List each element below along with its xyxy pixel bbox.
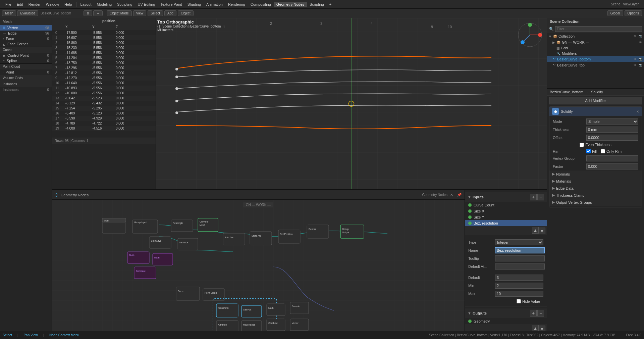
type-select[interactable]: Integer Float Vector (495, 239, 543, 245)
inputs-minus-btn[interactable]: − (537, 194, 544, 200)
bc-bottom-render[interactable]: 📷 (638, 57, 643, 61)
toolbar-mode-btn[interactable]: Object Mode (107, 10, 132, 16)
toolbar-move-btn[interactable]: ↔ (93, 10, 103, 16)
mesh-item-face[interactable]: ▪ Face 0 (0, 36, 52, 41)
tooltip-input[interactable] (495, 255, 545, 261)
factor-input[interactable] (586, 163, 638, 170)
outputs-header[interactable]: ▼ Outputs + − (465, 308, 547, 318)
mesh-item-spline[interactable]: ~ Spline 0 (0, 58, 52, 63)
bc-top-render[interactable]: 📷 (638, 63, 643, 67)
menu-help[interactable]: Help (62, 2, 75, 7)
inputs-add-btn[interactable]: + (530, 194, 537, 200)
inputs-header[interactable]: ▼ Inputs + − (465, 192, 547, 202)
default-input[interactable] (495, 275, 543, 281)
input-row-bez-resolution[interactable]: Bez. resolution (465, 220, 547, 226)
outputs-minus-btn[interactable]: − (537, 310, 544, 317)
bc-bottom-vis[interactable]: 👁 (633, 57, 637, 61)
geo-nodes-pin[interactable]: 📌 (457, 193, 462, 197)
tree-item-modifiers[interactable]: 🔧 Modifiers (547, 51, 644, 56)
tree-item-gn-work[interactable]: ▶ 📦 GN — WORK — 👁 (547, 39, 644, 45)
outputs-add-btn[interactable]: + (530, 310, 537, 317)
menu-compositing[interactable]: Compositing (248, 2, 274, 7)
viewport-canvas[interactable]: Top Orthographic (1) Scene Collection | … (156, 18, 547, 189)
toolbar-add-btn[interactable]: Add (164, 10, 176, 16)
max-input[interactable] (495, 291, 543, 297)
toolbar-options-btn[interactable]: Options (625, 10, 642, 16)
menu-modeling[interactable]: Modeling (94, 2, 115, 7)
render-icon[interactable]: 📷 (638, 34, 643, 39)
hide-value-checkbox[interactable] (517, 299, 521, 303)
toolbar-select-btn[interactable]: Select (148, 10, 163, 16)
menu-uv-editing[interactable]: UV Editing (135, 2, 158, 7)
scene-search-input[interactable] (555, 26, 642, 32)
toolbar-evaluated-btn[interactable]: Evaluated (17, 10, 38, 16)
menu-animation[interactable]: Animation (204, 2, 225, 7)
mesh-item-vertex[interactable]: Vertex 98 (0, 25, 52, 31)
thickness-clamp-section[interactable]: ▶ Thickness Clamp (549, 192, 642, 199)
even-thickness-checkbox[interactable] (580, 143, 584, 147)
menu-plus[interactable]: + (327, 2, 334, 7)
mesh-item-instances[interactable]: Instances 0 (0, 87, 52, 92)
tree-item-beziercurve-bottom[interactable]: 〜 BezierCurve_bottom 👁 📷 (547, 56, 644, 62)
menu-render[interactable]: Render (26, 2, 43, 7)
outputs-scroll-down[interactable]: ▼ (539, 326, 545, 331)
menu-sculpting[interactable]: Sculpting (114, 2, 135, 7)
pan-view-status[interactable]: Pan View (23, 333, 38, 337)
tree-item-grid[interactable]: ▦ Grid (547, 45, 644, 51)
input-row-size-x[interactable]: Size X (465, 208, 547, 214)
min-input[interactable] (495, 283, 543, 289)
output-geometry-row[interactable]: Geometry (465, 318, 547, 324)
toolbar-view-btn[interactable]: View (133, 10, 147, 16)
tree-item-beziercurve-top[interactable]: 〜 BezierCurve_top 👁 📷 (547, 62, 644, 68)
name-input[interactable] (495, 247, 545, 253)
menu-window[interactable]: Window (43, 2, 62, 7)
normals-section[interactable]: ▶ Normals (549, 171, 642, 178)
input-row-size-y[interactable]: Size Y (465, 214, 547, 220)
vertex-group-input[interactable] (586, 155, 638, 161)
offset-input[interactable] (586, 135, 638, 141)
inputs-scroll-up[interactable]: ▲ (532, 227, 539, 234)
geo-nodes-canvas[interactable]: GN — WORK — (52, 200, 465, 331)
menu-shading[interactable]: Shading (185, 2, 204, 7)
table-scroll-area[interactable]: 0 -17.500 -5.556 0.000 1 -16.607 -5.556 … (52, 30, 156, 138)
menu-geometry-nodes[interactable]: Geometry Nodes (274, 2, 307, 7)
visibility-icon[interactable]: 👁 (633, 34, 637, 39)
default-at-input[interactable] (495, 263, 545, 270)
only-rim-checkbox[interactable] (601, 149, 605, 153)
menu-scripting[interactable]: Scripting (307, 2, 327, 7)
menu-layout[interactable]: Layout (78, 2, 94, 7)
select-status[interactable]: Select (3, 333, 12, 337)
materials-section[interactable]: ▶ Materials (549, 178, 642, 185)
menu-rendering[interactable]: Rendering (225, 2, 248, 7)
menu-texture-paint[interactable]: Texture Paint (158, 2, 184, 7)
mesh-item-control-point[interactable]: ◆ Control Point 0 (0, 53, 52, 58)
solidify-close[interactable]: ✕ (636, 110, 639, 113)
scene-tree-scroll[interactable]: ▼ 📦 Collection 👁 📷 ▶ 📦 GN — WORK — 👁 (547, 33, 644, 88)
context-menu-status[interactable]: Node Context Menu (49, 333, 79, 337)
inputs-scroll-down[interactable]: ▼ (539, 228, 545, 234)
menu-edit[interactable]: Edit (14, 2, 26, 7)
toolbar-object-btn[interactable]: Object (178, 10, 194, 16)
geo-nodes-close[interactable]: ✕ (450, 193, 453, 197)
input-row-curve-count[interactable]: Curve Count (465, 202, 547, 208)
toolbar-cursor-btn[interactable]: ⊕ (84, 10, 92, 16)
mesh-item-edge[interactable]: — Edge 96 (0, 31, 52, 36)
mesh-item-face-corner[interactable]: ◣ Face Corner (0, 41, 52, 47)
nav-gizmo[interactable] (517, 21, 543, 48)
tree-item-scene-collection[interactable]: ▼ 📦 Collection 👁 📷 (547, 33, 644, 39)
mode-select[interactable]: Simple Complex (586, 118, 638, 125)
output-vertex-groups-section[interactable]: ▶ Output Vertex Groups (549, 199, 642, 206)
outputs-scroll-up[interactable]: ▲ (532, 325, 539, 331)
toolbar-transform-btn[interactable]: Global (607, 10, 623, 16)
solidify-header[interactable]: ⬢ Solidify ✕ (549, 107, 642, 116)
fill-checkbox[interactable] (586, 149, 591, 153)
edge-data-section[interactable]: ▶ Edge Data (549, 185, 642, 192)
top-viewport[interactable]: ⊕ ⬚ ✥ ↻ ⤢ ⊞ ✏ 📏 🔲 position (52, 18, 547, 190)
thickness-input[interactable] (586, 127, 638, 133)
gn-work-vis[interactable]: 👁 (638, 40, 643, 45)
bc-top-vis[interactable]: 👁 (633, 63, 637, 67)
menu-file[interactable]: File (3, 2, 14, 7)
toolbar-mesh-btn[interactable]: Mesh (2, 10, 16, 16)
mesh-item-point[interactable]: · Point 0 (0, 69, 52, 75)
add-modifier-button[interactable]: Add Modifier (549, 97, 642, 104)
